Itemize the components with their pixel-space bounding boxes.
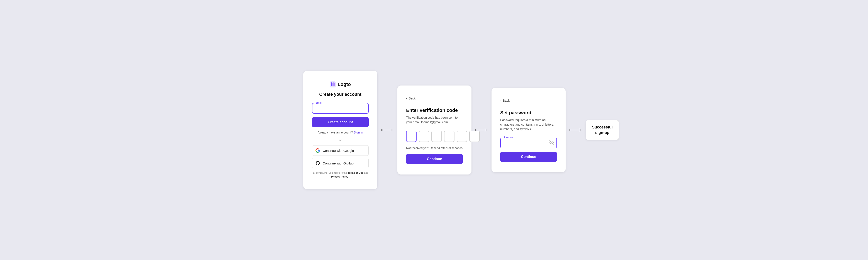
eye-off-icon[interactable] xyxy=(550,140,554,145)
success-line2: sign-up xyxy=(592,130,613,136)
success-box: Successful sign-up xyxy=(586,120,619,140)
svg-rect-1 xyxy=(331,82,333,86)
signin-link[interactable]: Sign in xyxy=(353,131,363,134)
email-field[interactable] xyxy=(312,103,369,114)
google-button[interactable]: Continue with Google xyxy=(312,145,369,156)
google-btn-label: Continue with Google xyxy=(323,149,354,152)
otp-input-2[interactable] xyxy=(419,131,429,142)
back-label-1: Back xyxy=(409,97,415,100)
create-account-card: Logto Create your account Email Create a… xyxy=(303,71,377,189)
success-line1: Successful xyxy=(592,124,613,130)
set-password-title: Set password xyxy=(500,110,557,116)
otp-input-1[interactable] xyxy=(406,131,416,142)
github-btn-label: Continue with GitHub xyxy=(323,162,353,165)
divider-text: or xyxy=(339,139,342,142)
page-title: Create your account xyxy=(312,92,369,97)
back-button-1[interactable]: ‹ Back xyxy=(406,96,415,100)
otp-input-4[interactable] xyxy=(444,131,455,142)
logto-logo-icon xyxy=(330,81,336,87)
google-icon xyxy=(315,148,320,153)
back-chevron-1: ‹ xyxy=(406,96,407,100)
otp-container xyxy=(406,131,463,142)
set-password-card: ‹ Back Set password Password requires a … xyxy=(492,88,566,172)
arrow-1 xyxy=(377,127,397,133)
verification-card: ‹ Back Enter verification code The verif… xyxy=(397,86,471,174)
email-label: Email xyxy=(315,101,323,104)
svg-rect-0 xyxy=(330,81,336,87)
logo-text: Logto xyxy=(338,82,351,87)
set-password-continue-button[interactable]: Continue xyxy=(500,152,557,162)
password-field[interactable] xyxy=(500,138,557,148)
logo-area: Logto xyxy=(312,81,369,87)
otp-input-5[interactable] xyxy=(457,131,467,142)
otp-input-3[interactable] xyxy=(431,131,442,142)
create-account-button[interactable]: Create account xyxy=(312,117,369,127)
set-password-subtitle: Password requires a minimum of 8 charact… xyxy=(500,118,557,132)
verification-continue-button[interactable]: Continue xyxy=(406,154,463,164)
back-label-2: Back xyxy=(503,99,509,102)
arrow-3 xyxy=(566,127,586,133)
privacy-link[interactable]: Privacy Policy xyxy=(331,175,348,178)
password-label: Password xyxy=(503,136,516,139)
github-button[interactable]: Continue with GitHub xyxy=(312,158,369,168)
verification-title: Enter verification code xyxy=(406,108,463,113)
signin-prompt: Already have an account? Sign in xyxy=(312,131,369,134)
email-input-group: Email xyxy=(312,103,369,114)
divider-line-right xyxy=(344,140,369,140)
resend-text: Not received yet? Resend after 59 second… xyxy=(406,146,463,150)
svg-point-3 xyxy=(381,129,383,131)
svg-point-8 xyxy=(569,129,571,131)
divider-line-left xyxy=(312,140,336,140)
terms-link[interactable]: Terms of Use xyxy=(348,171,364,174)
flow-container: Logto Create your account Email Create a… xyxy=(303,71,565,189)
otp-input-6[interactable] xyxy=(469,131,480,142)
flow-arrow-3 xyxy=(569,127,582,133)
github-icon xyxy=(315,161,320,166)
back-button-2[interactable]: ‹ Back xyxy=(500,98,509,103)
verification-subtitle: The verification code has been sent to y… xyxy=(406,115,463,124)
terms-text: By continuing, you agree to the Terms of… xyxy=(312,171,369,179)
back-chevron-2: ‹ xyxy=(500,98,501,103)
divider: or xyxy=(312,139,369,142)
password-input-group: Password xyxy=(500,138,557,148)
flow-arrow-1 xyxy=(381,127,394,133)
svg-rect-2 xyxy=(333,82,335,86)
